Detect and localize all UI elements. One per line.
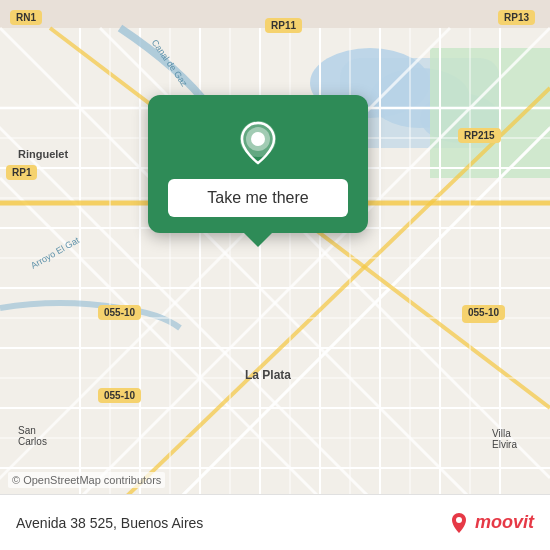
location-pin-icon [234, 119, 282, 167]
popup-card: Take me there [148, 95, 368, 233]
svg-point-48 [456, 517, 462, 523]
label-la-plata: La Plata [245, 368, 291, 382]
svg-rect-5 [430, 48, 550, 178]
badge-rp215: RP215 [458, 128, 501, 143]
map-container: RN1 RP13 RP11 RP1 RP215 RP11 055-10 055-… [0, 0, 550, 550]
bottom-bar: Avenida 38 525, Buenos Aires moovit [0, 494, 550, 550]
badge-055-left: 055-10 [98, 305, 141, 320]
moovit-pin-icon [447, 511, 471, 535]
copyright-text: © OpenStreetMap contributors [8, 472, 165, 488]
moovit-brand-text: moovit [475, 512, 534, 533]
take-me-there-button[interactable]: Take me there [168, 179, 348, 217]
badge-055-bottom: 055-10 [98, 388, 141, 403]
label-ringuelet: Ringuelet [18, 148, 68, 160]
address-display: Avenida 38 525, Buenos Aires [16, 514, 203, 532]
moovit-logo: moovit [447, 511, 534, 535]
badge-rp1: RP1 [6, 165, 37, 180]
badge-rp11-top: RP11 [265, 18, 302, 33]
badge-rn1: RN1 [10, 10, 42, 25]
label-san-carlos: SanCarlos [18, 425, 47, 447]
label-villa-elvira: VillaElvira [492, 428, 517, 450]
badge-055-right: 055-10 [462, 305, 505, 320]
address-text: Avenida 38 525, Buenos Aires [16, 515, 203, 531]
badge-rp13: RP13 [498, 10, 535, 25]
svg-point-47 [251, 132, 265, 146]
map-svg [0, 0, 550, 550]
